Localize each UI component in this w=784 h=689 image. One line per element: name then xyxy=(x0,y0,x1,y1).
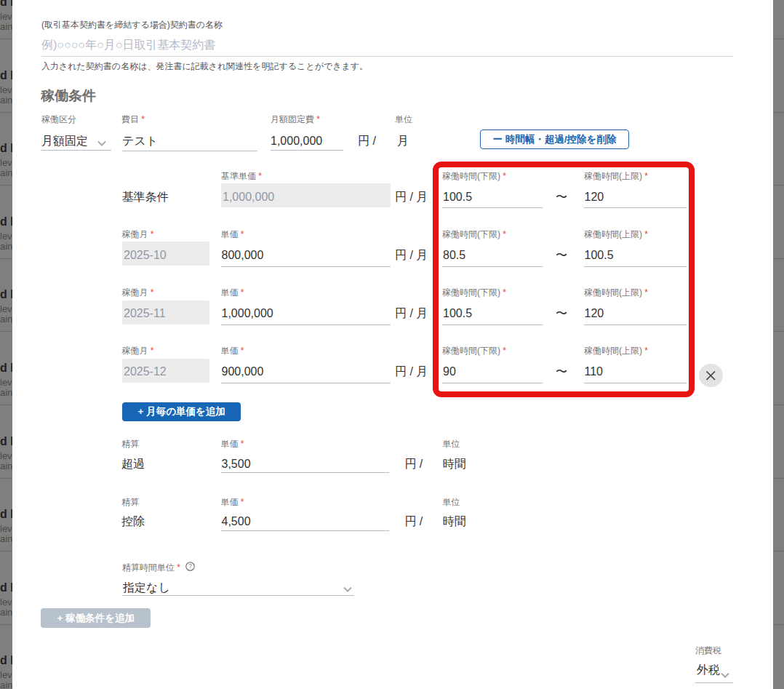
svg-text:?: ? xyxy=(188,562,192,570)
